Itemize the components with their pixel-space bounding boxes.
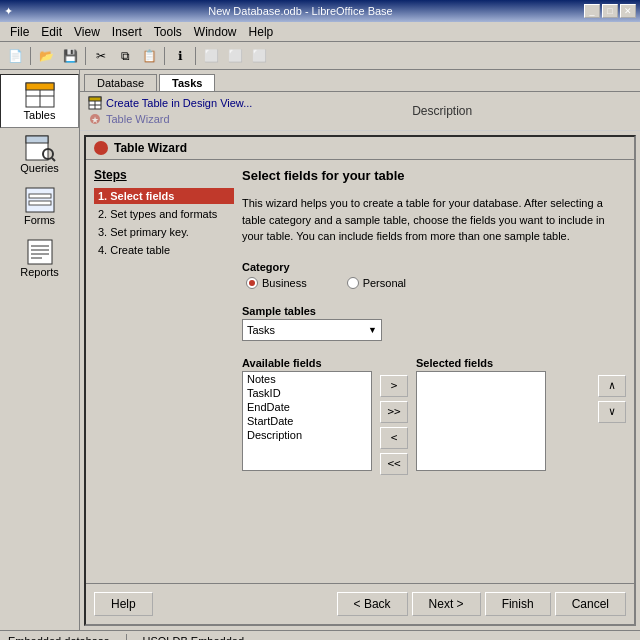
remove-all-btn[interactable]: << <box>380 453 408 475</box>
toolbar-open[interactable]: 📂 <box>35 45 57 67</box>
step-1[interactable]: 1. Select fields <box>94 188 234 204</box>
title-text: New Database.odb - LibreOffice Base <box>17 5 584 17</box>
move-one-btn[interactable]: > <box>380 375 408 397</box>
status-right: HSQLDB Embedded <box>143 635 245 641</box>
description-label: Description <box>252 100 632 122</box>
toolbar-save[interactable]: 💾 <box>59 45 81 67</box>
sidebar-item-forms[interactable]: Forms <box>0 180 79 232</box>
wizard-body: Steps 1. Select fields 2. Set types and … <box>86 160 634 583</box>
toolbar: 📄 📂 💾 ✂ ⧉ 📋 ℹ ⬜ ⬜ ⬜ <box>0 42 640 70</box>
toolbar-b2[interactable]: ⬜ <box>224 45 246 67</box>
table-wizard-link[interactable]: ★ Table Wizard <box>88 112 252 126</box>
sample-tables-label: Sample tables <box>242 305 626 317</box>
radio-personal-label: Personal <box>363 277 406 289</box>
fields-row: Available fields Notes TaskID EndDate St… <box>242 357 626 475</box>
finish-button[interactable]: Finish <box>485 592 551 616</box>
forms-icon <box>24 186 56 214</box>
svg-rect-1 <box>26 83 54 90</box>
field-enddate[interactable]: EndDate <box>243 400 371 414</box>
sidebar-label-reports: Reports <box>20 266 59 278</box>
menu-help[interactable]: Help <box>243 23 280 41</box>
sidebar-item-queries[interactable]: Queries <box>0 128 79 180</box>
status-left: Embedded database <box>8 635 110 641</box>
tab-tasks[interactable]: Tasks <box>159 74 215 91</box>
footer-right: < Back Next > Finish Cancel <box>337 592 626 616</box>
svg-rect-5 <box>26 136 48 143</box>
sort-down-btn[interactable]: ∨ <box>598 401 626 423</box>
step-4[interactable]: 4. Create table <box>94 242 234 258</box>
field-move-buttons: > >> < << <box>380 357 408 475</box>
sidebar-item-tables[interactable]: Tables <box>0 74 79 128</box>
sidebar-label-tables: Tables <box>24 109 56 121</box>
toolbar-b3[interactable]: ⬜ <box>248 45 270 67</box>
field-description[interactable]: Description <box>243 428 371 442</box>
tab-database[interactable]: Database <box>84 74 157 91</box>
category-section: Category Business Personal <box>242 261 626 289</box>
selected-fields-column: Selected fields <box>416 357 590 471</box>
radio-business[interactable]: Business <box>246 277 307 289</box>
toolbar-cut[interactable]: ✂ <box>90 45 112 67</box>
close-btn[interactable]: ✕ <box>620 4 636 18</box>
menu-tools[interactable]: Tools <box>148 23 188 41</box>
tables-icon <box>24 81 56 109</box>
menu-view[interactable]: View <box>68 23 106 41</box>
menu-edit[interactable]: Edit <box>35 23 68 41</box>
radio-business-btn[interactable] <box>246 277 258 289</box>
wizard-panel: Table Wizard Steps 1. Select fields 2. S… <box>84 135 636 626</box>
step-3[interactable]: 3. Set primary key. <box>94 224 234 240</box>
steps-title: Steps <box>94 168 234 182</box>
category-options: Business Personal <box>246 277 626 289</box>
steps-panel: Steps 1. Select fields 2. Set types and … <box>94 168 234 575</box>
menu-window[interactable]: Window <box>188 23 243 41</box>
help-button[interactable]: Help <box>94 592 153 616</box>
svg-rect-8 <box>26 188 54 212</box>
toolbar-paste[interactable]: 📋 <box>138 45 160 67</box>
sidebar-item-reports[interactable]: Reports <box>0 232 79 284</box>
status-bar: Embedded database HSQLDB Embedded <box>0 630 640 640</box>
toolbar-new[interactable]: 📄 <box>4 45 26 67</box>
selected-fields-label: Selected fields <box>416 357 590 369</box>
field-taskid[interactable]: TaskID <box>243 386 371 400</box>
cancel-button[interactable]: Cancel <box>555 592 626 616</box>
sample-tables-section: Sample tables Tasks ▼ <box>242 305 626 341</box>
radio-personal-btn[interactable] <box>347 277 359 289</box>
available-fields-label: Available fields <box>242 357 372 369</box>
menu-file[interactable]: File <box>4 23 35 41</box>
svg-rect-9 <box>29 194 51 198</box>
toolbar-info[interactable]: ℹ <box>169 45 191 67</box>
remove-one-btn[interactable]: < <box>380 427 408 449</box>
step-2[interactable]: 2. Set types and formats <box>94 206 234 222</box>
minimize-btn[interactable]: _ <box>584 4 600 18</box>
toolbar-copy[interactable]: ⧉ <box>114 45 136 67</box>
svg-text:★: ★ <box>91 115 99 125</box>
wizard-section-title: Select fields for your table <box>242 168 626 183</box>
radio-personal[interactable]: Personal <box>347 277 406 289</box>
field-notes[interactable]: Notes <box>243 372 371 386</box>
updown-buttons: ∧ ∨ <box>598 357 626 423</box>
radio-business-label: Business <box>262 277 307 289</box>
move-all-btn[interactable]: >> <box>380 401 408 423</box>
toolbar-b1[interactable]: ⬜ <box>200 45 222 67</box>
reports-icon <box>24 238 56 266</box>
queries-icon <box>24 134 56 162</box>
table-wizard-label: Table Wizard <box>106 113 170 125</box>
sample-tables-value: Tasks <box>247 324 275 336</box>
svg-rect-11 <box>28 240 52 264</box>
create-table-design-link[interactable]: Create Table in Design View... <box>88 96 252 110</box>
sidebar-label-queries: Queries <box>20 162 59 174</box>
selected-fields-list[interactable] <box>416 371 546 471</box>
menu-insert[interactable]: Insert <box>106 23 148 41</box>
wizard-description: This wizard helps you to create a table … <box>242 195 626 245</box>
top-content: Create Table in Design View... ★ Table W… <box>80 92 640 131</box>
available-fields-list[interactable]: Notes TaskID EndDate StartDate Descripti… <box>242 371 372 471</box>
menu-bar: File Edit View Insert Tools Window Help <box>0 22 640 42</box>
field-startdate[interactable]: StartDate <box>243 414 371 428</box>
wizard-title-bar: Table Wizard <box>86 137 634 160</box>
svg-rect-10 <box>29 201 51 205</box>
maximize-btn[interactable]: □ <box>602 4 618 18</box>
back-button[interactable]: < Back <box>337 592 408 616</box>
create-table-design-label: Create Table in Design View... <box>106 97 252 109</box>
sort-up-btn[interactable]: ∧ <box>598 375 626 397</box>
sample-tables-dropdown[interactable]: Tasks ▼ <box>242 319 382 341</box>
next-button[interactable]: Next > <box>412 592 481 616</box>
